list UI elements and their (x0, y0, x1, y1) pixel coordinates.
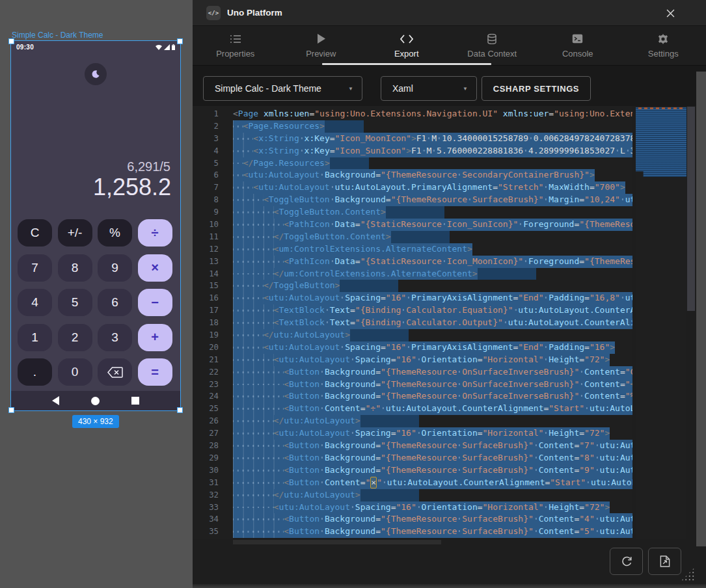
code-line[interactable]: 33<utu:AutoLayout Spacing="16" Orientati… (193, 501, 632, 514)
code-line[interactable]: 23<Button Background="{ThemeResource OnS… (193, 379, 632, 391)
code-line[interactable]: 28<Button Background="{ThemeResource Sur… (193, 440, 632, 452)
calc-button-digit-1[interactable]: 1 (18, 324, 52, 351)
calc-button-percent[interactable]: % (98, 219, 132, 247)
code-line[interactable]: 8<ToggleButton Background="{ThemeResourc… (193, 194, 632, 206)
csharp-settings-button[interactable]: CSHARP SETTINGS (482, 76, 591, 101)
code-line[interactable]: 6<utu:AutoLayout Background="{ThemeResou… (193, 169, 632, 181)
tab-data-context[interactable]: Data Context (450, 26, 536, 65)
calc-button-backspace[interactable] (98, 358, 132, 386)
calc-button-digit-2[interactable]: 2 (58, 324, 92, 351)
code-line[interactable]: 4<x:String x:Key="Icon_SunIcon">F1 M 5.7… (193, 145, 632, 157)
nav-recents-button[interactable] (131, 397, 139, 405)
selection-handle-top-left[interactable] (8, 38, 14, 44)
minimap[interactable] (636, 107, 686, 539)
code-line[interactable]: 16<utu:AutoLayout Spacing="16" PrimaryAx… (193, 292, 632, 304)
code-line[interactable]: 21<utu:AutoLayout Spacing="16" Orientati… (193, 354, 632, 366)
code-line[interactable]: 9<ToggleButton.Content> (193, 206, 632, 219)
calc-button-digit-7[interactable]: 7 (18, 254, 52, 282)
code-line[interactable]: 3<x:String x:Key="Icon_MoonIcon">F1 M 10… (193, 133, 632, 145)
code-text: <Button Background="{ThemeResource OnSur… (233, 379, 632, 391)
code-line[interactable]: 27<utu:AutoLayout Spacing="16" Orientati… (193, 427, 632, 440)
calc-button-digit-4[interactable]: 4 (18, 289, 52, 316)
calc-button-digit-8[interactable]: 8 (58, 254, 92, 282)
frame-label[interactable]: Simple Calc - Dark Theme (12, 31, 103, 40)
panel-scrollbar-thumb[interactable] (696, 72, 706, 566)
code-line[interactable]: 11</ToggleButton.Content> (193, 231, 632, 243)
selection-handle-bottom-left[interactable] (8, 407, 14, 413)
code-line[interactable]: 10<PathIcon Data="{StaticResource Icon_S… (193, 219, 632, 231)
code-line[interactable]: 18<TextBlock Text="{Binding Calculator.O… (193, 317, 632, 329)
calc-button-digit-0[interactable]: 0 (58, 358, 92, 386)
selection-handle-top-right[interactable] (177, 38, 183, 44)
code-line[interactable]: 7<utu:AutoLayout utu:AutoLayout.PrimaryA… (193, 181, 632, 194)
format-select[interactable]: Xaml ▼ (381, 76, 477, 101)
line-number: 9 (193, 206, 233, 219)
code-line[interactable]: 14</um:ControlExtensions.AlternateConten… (193, 268, 632, 280)
code-line[interactable]: 24<Button Background="{ThemeResource OnS… (193, 390, 632, 403)
project-select[interactable]: Simple Calc - Dark Theme ▼ (203, 76, 362, 101)
code-line[interactable]: 32</utu:AutoLayout> (193, 489, 632, 501)
line-number: 34 (193, 513, 233, 526)
calc-button-clear[interactable]: C (18, 219, 52, 247)
code-text: <Button Background="{ThemeResource Surfa… (233, 440, 632, 452)
code-line[interactable]: 5</Page.Resources> (193, 157, 632, 170)
editor-scrollbar-thumb[interactable] (687, 107, 695, 311)
calc-button-equals[interactable]: = (138, 358, 172, 386)
line-number: 14 (193, 268, 233, 280)
code-line[interactable]: 20<utu:AutoLayout Spacing="16" PrimaryAx… (193, 341, 632, 354)
refresh-button[interactable] (610, 548, 643, 575)
cellular-icon (164, 44, 170, 50)
nav-back-button[interactable] (52, 396, 59, 405)
code-line[interactable]: 34<Button Background="{ThemeResource Sur… (193, 513, 632, 526)
tab-properties[interactable]: Properties (193, 26, 278, 65)
code-line[interactable]: 15</ToggleButton> (193, 280, 632, 292)
code-editor[interactable]: 1<Page xmlns:uen="using:Uno.Extensions.N… (193, 106, 632, 539)
calc-button-decimal[interactable]: . (18, 358, 52, 386)
calc-button-digit-3[interactable]: 3 (98, 324, 132, 351)
calc-button-multiply[interactable]: × (138, 254, 172, 282)
code-line[interactable]: 19</utu:AutoLayout> (193, 329, 632, 341)
close-button[interactable] (663, 6, 677, 20)
theme-toggle-button[interactable] (85, 63, 107, 85)
calc-button-digit-9[interactable]: 9 (98, 254, 132, 282)
calc-button-divide[interactable]: ÷ (138, 219, 172, 247)
calc-button-digit-5[interactable]: 5 (58, 289, 92, 316)
tab-console[interactable]: Console (535, 26, 621, 65)
line-number: 32 (193, 489, 233, 501)
code-line[interactable]: 30<Button Background="{ThemeResource Sur… (193, 464, 632, 477)
code-line[interactable]: 12<um:ControlExtensions.AlternateContent… (193, 243, 632, 256)
code-text: <utu:AutoLayout Spacing="16" Orientation… (233, 354, 610, 366)
close-icon (666, 9, 675, 18)
calc-button-subtract[interactable]: − (138, 289, 172, 316)
selection-handle-bottom-right[interactable] (177, 407, 183, 413)
calc-button-plus-minus[interactable]: +/- (58, 219, 92, 247)
calc-button-add[interactable]: + (138, 324, 172, 351)
resize-grip[interactable] (681, 567, 695, 581)
code-line[interactable]: 13<PathIcon Data="{StaticResource Icon_M… (193, 256, 632, 268)
moon-icon (90, 68, 102, 80)
code-line[interactable]: 26</utu:AutoLayout> (193, 415, 632, 427)
phone-frame[interactable]: 09:30 6,291/5 1,258.2 C+/-%÷789×456−123+… (11, 41, 180, 410)
code-text: </utu:AutoLayout> (233, 415, 419, 427)
nav-home-button[interactable] (91, 397, 100, 405)
code-text: </utu:AutoLayout> (233, 329, 409, 341)
file-export-icon (660, 555, 670, 567)
code-line[interactable]: 29<Button Background="{ThemeResource Sur… (193, 452, 632, 464)
code-line[interactable]: 2<Page.Resources> (193, 120, 632, 133)
chevron-down-icon: ▼ (463, 86, 468, 92)
code-line[interactable]: 1<Page xmlns:uen="using:Uno.Extensions.N… (193, 108, 632, 120)
horizontal-scrollbar[interactable] (233, 540, 441, 544)
line-number: 11 (193, 231, 233, 243)
calc-button-digit-6[interactable]: 6 (98, 289, 132, 316)
code-line[interactable]: 17<TextBlock Text="{Binding Calculator.E… (193, 304, 632, 317)
code-text: <PathIcon Data="{StaticResource Icon_Moo… (233, 256, 632, 268)
tab-export[interactable]: Export (364, 26, 450, 65)
tab-settings[interactable]: Settings (621, 26, 706, 65)
tab-preview[interactable]: Preview (278, 26, 364, 65)
code-line[interactable]: 31<Button Content="×" utu:AutoLayout.Cou… (193, 477, 632, 489)
code-line[interactable]: 22<Button Background="{ThemeResource OnS… (193, 366, 632, 379)
code-line[interactable]: 35<Button Background="{ThemeResource Sur… (193, 526, 632, 538)
export-icon (400, 33, 413, 45)
code-line[interactable]: 25<Button Content="÷" utu:AutoLayout.Cou… (193, 403, 632, 415)
export-file-button[interactable] (648, 548, 681, 575)
